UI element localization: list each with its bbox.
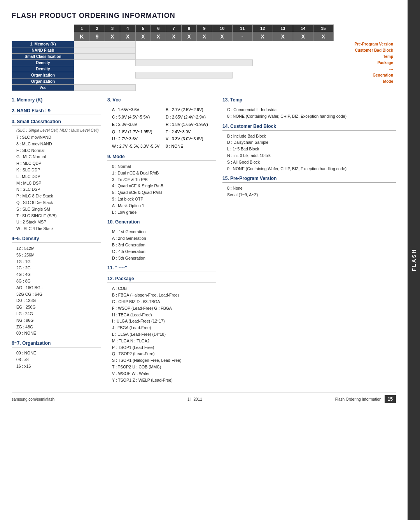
section3-title: 3. Small Classification (12, 119, 101, 126)
pos-4: 4 (120, 25, 135, 32)
vcc-item-left: W : 2.7V~5.5V, 3.0V~5.5V (112, 143, 163, 150)
list-item: V : WSOP W : Wafer (112, 370, 216, 377)
list-item: 00 : NONE (16, 330, 101, 337)
list-item: M : TLGA N : TLGA2 (112, 338, 216, 344)
list-item: 32G CG : 64G (16, 291, 101, 298)
list-item: H : TBGA (Lead-Free) (112, 312, 216, 318)
section10-title: 10. Generation (107, 219, 216, 226)
list-item: S : SLC Single SM (16, 206, 101, 213)
section1-title: 1. Memory (K) (12, 97, 101, 104)
list-item: 0 : None (227, 185, 396, 192)
list-item: 1G : 1G (16, 258, 101, 265)
pos-14: 14 (293, 25, 313, 32)
label-generation: Generation (334, 72, 396, 79)
label-vcc: Vcc (12, 85, 74, 91)
list-item: 08 : x8 (16, 356, 101, 363)
label-package: Package (334, 60, 396, 66)
list-item: M : 1st Generation (112, 229, 216, 235)
col-spacer (12, 25, 74, 32)
pos-15: 15 (313, 25, 333, 32)
vcc-item-left: Q : 1.8V (1.7V~1.95V) (112, 129, 163, 136)
label-nand-flash: NAND Flash (12, 47, 74, 54)
left-column: 1. Memory (K) 2. NAND Flash : 9 3. Small… (12, 97, 101, 385)
section15-list: 0 : NoneSerial (1~9, A~Z) (222, 185, 396, 198)
label-samsung-memory: 1. Memory (K) (12, 41, 74, 47)
vcc-item-left: C : 5.0V (4.5V~5.5V) (112, 114, 163, 121)
list-item: D : Daisychain Sample (227, 139, 396, 146)
footer: samsung.com/semi/flash 1H 2011 Flash Ord… (12, 393, 396, 403)
list-item: B : FBGA (Halogen-Free, Lead-Free) (112, 292, 216, 298)
vcc-item-right: R : 1.8V (1.65V~1.95V) (166, 121, 216, 128)
section67-title: 6~7. Organization (12, 340, 101, 347)
vcc-item-right: T : 2.4V~3.0V (166, 129, 216, 136)
list-item: 9 : 1st block OTP (112, 196, 216, 202)
list-item: Serial (1~9, A~Z) (227, 192, 396, 198)
val-2: 9 (89, 32, 105, 41)
list-item: L : ULGA (Lead-Free) (14*18) (112, 331, 216, 338)
pos-7: 7 (166, 25, 181, 32)
val-7: X (166, 32, 181, 41)
list-item: Y : TSOP1 Z : WELP (Lead-Free) (112, 377, 216, 384)
pos-3: 3 (105, 25, 120, 32)
col-spacer-right (334, 25, 396, 32)
list-item: A : COB (112, 285, 216, 292)
page-number: 15 (385, 395, 396, 403)
label-mode: Mode (334, 79, 396, 85)
list-item: ZG : 48G (16, 324, 101, 330)
footer-website: samsung.com/semi/flash (12, 397, 54, 401)
pos-8: 8 (181, 25, 196, 32)
list-item: C : CHIP BIZ D : 63-TBGA (112, 298, 216, 305)
pos-6: 6 (151, 25, 166, 32)
list-item: 16 : x16 (16, 363, 101, 370)
vcc-item-right: D : 2.65V (2.4V~2.9V) (166, 114, 216, 121)
list-item: Q : TSOP2 (Lead-Free) (112, 351, 216, 357)
list-item: G : MLC Normal (16, 154, 101, 160)
section9-title: 9. Mode (107, 154, 216, 161)
list-item: DG : 128G (16, 297, 101, 304)
val-8: X (181, 32, 196, 41)
label-dash: --- (334, 66, 396, 72)
vcc-item-left: U : 2.7V~3.6V (112, 136, 163, 143)
label-pre-program: Pre-Program Version (334, 41, 396, 47)
list-item: H : MLC QDP (16, 160, 101, 167)
list-item: N : ini. 0 blk, add. 10 blk (227, 152, 396, 159)
section14-title: 14. Customer Bad Block (222, 124, 396, 131)
list-item: L : MLC DDP (16, 173, 101, 180)
pos-11: 11 (232, 25, 252, 32)
list-item: F : WSOP (Lead-Free) G : FBGA (112, 305, 216, 312)
list-item: AG : 16G BG : (16, 284, 101, 291)
pos-10: 10 (212, 25, 232, 32)
list-item: 8G : 8G (16, 278, 101, 284)
list-item: S : All Good Block (227, 159, 396, 166)
mid-column: 8. Vcc A : 1.65V~3.6VB : 2.7V (2.5V~2.9V… (107, 97, 216, 385)
label-density1: Density (12, 60, 74, 66)
list-item: A : Mask Option 1 (112, 202, 216, 209)
val-12: X (252, 32, 273, 41)
list-item: 4 : Quad nCE & Single R/nB (112, 183, 216, 189)
side-tab: FLASH (408, 0, 420, 520)
list-item: S : TSOP1 (Halogen-Free, Lead-Free) (112, 357, 216, 364)
list-item: 5 : Quad nCE & Quad R/nB (112, 189, 216, 196)
label-customer-bad-block: Customer Bad Block (334, 47, 396, 54)
vcc-grid: A : 1.65V~3.6VB : 2.7V (2.5V~2.9V)C : 5.… (107, 106, 216, 150)
section2-title: 2. NAND Flash : 9 (12, 108, 101, 115)
section8-title: 8. Vcc (107, 97, 216, 104)
pos-1: 1 (74, 25, 89, 32)
list-item: 2G : 2G (16, 265, 101, 271)
list-item: L : Low grade (112, 209, 216, 216)
label-organization1: Organization (12, 72, 74, 79)
list-item: 1 : Dual nCE & Dual R/nB (112, 170, 216, 176)
list-item: P : MLC 8 Die Stack (16, 193, 101, 199)
list-item: I : ULGA (Lead-Free) (12*17) (112, 318, 216, 325)
list-item: L : 1~5 Bad Block (227, 146, 396, 152)
list-item: D : 5th Generation (112, 255, 216, 262)
section12-title: 12. Package (107, 276, 216, 283)
section3-note: (SLC : Single Level Cell, MLC : Multi Le… (12, 128, 101, 133)
val-15: X (313, 32, 333, 41)
list-item: 56 : 256M (16, 252, 101, 258)
section14-list: B : Include Bad BlockD : Daisychain Samp… (222, 133, 396, 172)
list-item: 0 : NONE (Containing Wafer, CHIP, BIZ, E… (227, 113, 396, 120)
list-item: B : 3rd Generation (112, 242, 216, 248)
section13-list: C : Commercial I : Industrial0 : NONE (C… (222, 106, 396, 120)
list-item: 4G : 4G (16, 271, 101, 278)
